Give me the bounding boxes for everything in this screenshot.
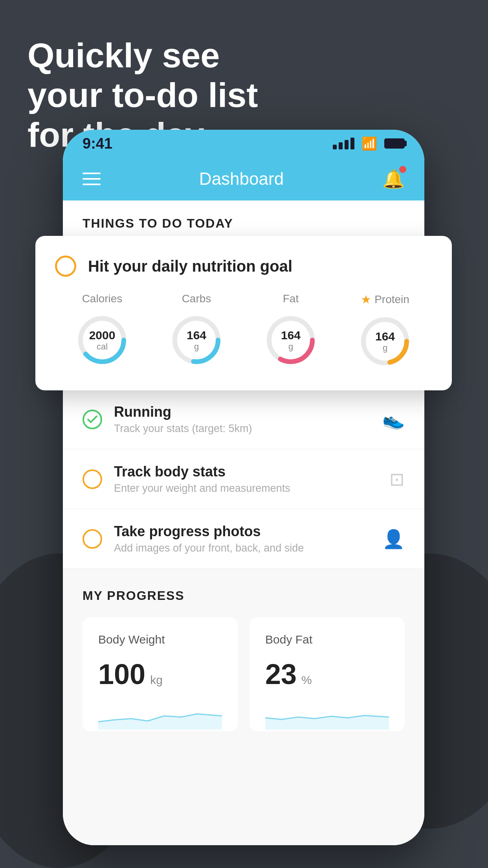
list-item[interactable]: Running Track your stats (target: 5km) 👟: [63, 390, 424, 449]
progress-photos-subtitle: Add images of your front, back, and side: [114, 542, 371, 554]
protein-donut: 164 g: [356, 312, 415, 371]
nutrition-card: Hit your daily nutrition goal Calories 2…: [35, 236, 452, 390]
body-stats-item-text: Track body stats Enter your weight and m…: [114, 463, 378, 495]
fat-value: 164: [281, 329, 301, 342]
calories-donut-text: 2000 cal: [89, 329, 116, 352]
fat-donut: 164 g: [261, 311, 320, 370]
nutrition-metrics: Calories 2000 cal Carbs: [55, 292, 432, 371]
scale-icon: ⊡: [389, 469, 405, 490]
signal-bar-2: [339, 142, 343, 149]
hamburger-line-1: [83, 173, 101, 174]
star-icon: ★: [361, 292, 371, 306]
body-stats-subtitle: Enter your weight and measurements: [114, 482, 378, 495]
body-fat-unit: %: [301, 673, 312, 687]
todo-check-yellow-photos: [83, 529, 102, 549]
carbs-metric: Carbs 164 g: [167, 292, 226, 370]
running-item-text: Running Track your stats (target: 5km): [114, 404, 371, 435]
headline-line1: Quickly see: [28, 35, 258, 75]
body-weight-card: Body Weight 100 kg: [83, 617, 238, 731]
fat-label: Fat: [283, 292, 299, 305]
status-bar: 9:41 📶: [63, 130, 424, 157]
body-fat-value: 23 %: [265, 658, 389, 690]
body-weight-title: Body Weight: [98, 633, 222, 646]
svg-marker-1: [265, 715, 389, 730]
progress-photos-title: Take progress photos: [114, 523, 371, 540]
calories-donut: 2000 cal: [73, 311, 132, 370]
progress-header-label: MY PROGRESS: [83, 588, 405, 603]
running-title: Running: [114, 404, 371, 420]
fat-unit: g: [281, 342, 301, 352]
progress-photos-item-text: Take progress photos Add images of your …: [114, 523, 371, 554]
carbs-label: Carbs: [182, 292, 211, 305]
my-progress-section: MY PROGRESS Body Weight 100 kg B: [63, 569, 424, 731]
body-weight-chart: [98, 702, 222, 730]
body-stats-title: Track body stats: [114, 463, 378, 480]
notification-dot: [399, 166, 406, 173]
header-title: Dashboard: [199, 169, 284, 189]
carbs-unit: g: [187, 342, 206, 352]
headline-line2: your to-do list: [28, 75, 258, 115]
battery-icon: [384, 138, 405, 149]
checkmark-icon: [87, 415, 98, 424]
fat-donut-text: 164 g: [281, 329, 301, 352]
protein-donut-text: 164 g: [375, 330, 395, 353]
body-weight-unit: kg: [150, 673, 163, 687]
protein-value: 164: [375, 330, 395, 343]
todo-check-green: [83, 410, 102, 429]
app-header: Dashboard 🔔: [63, 157, 424, 200]
nutrition-title: Hit your daily nutrition goal: [88, 257, 292, 275]
signal-bar-3: [345, 140, 349, 149]
signal-bar-1: [333, 145, 337, 149]
body-fat-chart: [265, 702, 389, 730]
list-item[interactable]: Track body stats Enter your weight and m…: [63, 449, 424, 509]
svg-marker-0: [98, 714, 222, 730]
body-weight-value: 100 kg: [98, 658, 222, 690]
todo-check-yellow-bodystats: [83, 469, 102, 489]
protein-unit: g: [375, 343, 395, 353]
carbs-donut-text: 164 g: [187, 329, 206, 352]
things-to-do-label: THINGS TO DO TODAY: [83, 216, 233, 230]
hamburger-menu[interactable]: [83, 173, 101, 185]
status-time: 9:41: [83, 135, 112, 152]
body-weight-number: 100: [98, 658, 145, 690]
wifi-icon: 📶: [361, 136, 377, 151]
body-fat-card: Body Fat 23 %: [250, 617, 405, 731]
signal-bars-icon: [333, 138, 354, 149]
protein-label: ★ Protein: [361, 292, 409, 306]
body-fat-number: 23: [265, 658, 297, 690]
protein-metric: ★ Protein 164 g: [356, 292, 415, 371]
list-item[interactable]: Take progress photos Add images of your …: [63, 509, 424, 569]
calories-metric: Calories 2000 cal: [73, 292, 132, 370]
carbs-donut: 164 g: [167, 311, 226, 370]
running-icon: 👟: [382, 409, 405, 430]
notification-bell-icon[interactable]: 🔔: [382, 168, 405, 189]
things-to-do-header: THINGS TO DO TODAY: [63, 200, 424, 239]
calories-value: 2000: [89, 329, 116, 342]
hamburger-line-2: [83, 178, 101, 180]
body-fat-title: Body Fat: [265, 633, 389, 646]
signal-bar-4: [350, 138, 354, 149]
hamburger-line-3: [83, 184, 101, 185]
todo-list: Running Track your stats (target: 5km) 👟…: [63, 390, 424, 569]
status-icons: 📶: [333, 136, 405, 151]
nutrition-card-header: Hit your daily nutrition goal: [55, 256, 432, 277]
person-icon: 👤: [382, 528, 405, 550]
running-subtitle: Track your stats (target: 5km): [114, 423, 371, 435]
progress-cards: Body Weight 100 kg Body Fat 23 %: [83, 617, 405, 731]
fat-metric: Fat 164 g: [261, 292, 320, 370]
calories-label: Calories: [82, 292, 123, 305]
carbs-value: 164: [187, 329, 206, 342]
nutrition-circle-check: [55, 256, 76, 277]
calories-unit: cal: [89, 342, 116, 352]
